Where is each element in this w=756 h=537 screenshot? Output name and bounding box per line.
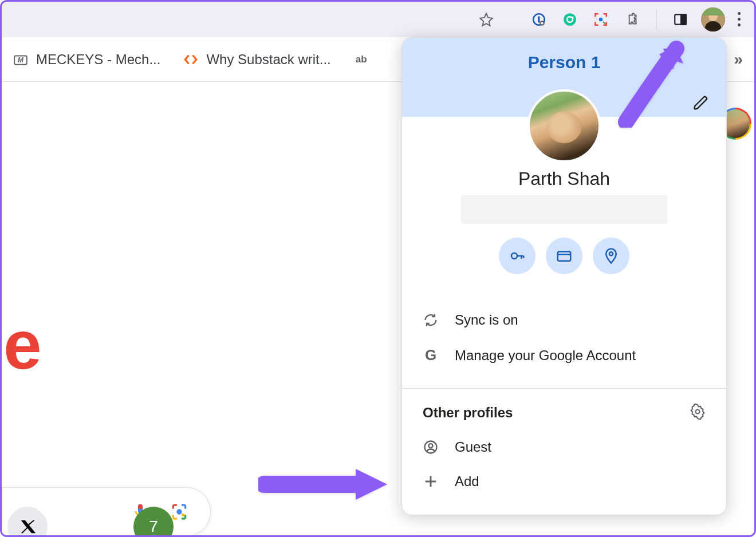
google-logo-fragment: e (3, 305, 42, 384)
bookmarks-overflow-icon[interactable]: » (734, 50, 743, 69)
svg-point-16 (511, 253, 517, 259)
svg-point-19 (696, 410, 700, 414)
toolbar-divider (656, 9, 656, 30)
guest-profile-label: Guest (455, 439, 491, 455)
manage-account-label: Manage your Google Account (455, 348, 636, 364)
bookmark-substack[interactable]: Why Substack writ... (183, 52, 330, 68)
svg-point-15 (182, 514, 184, 516)
annotation-arrow-bottom (258, 464, 390, 507)
bookmark-meckeys-label: MECKEYS - Mech... (36, 52, 160, 68)
other-profiles-heading: Other profiles (423, 405, 513, 421)
svg-marker-23 (356, 469, 387, 500)
profiles-settings-icon[interactable] (690, 404, 706, 422)
svg-point-14 (176, 509, 182, 514)
sync-status-item[interactable]: Sync is on (423, 303, 706, 337)
kebab-menu-icon[interactable] (735, 7, 743, 31)
svg-rect-17 (558, 252, 571, 261)
side-panel-icon[interactable] (670, 9, 691, 30)
add-profile-label: Add (455, 473, 479, 489)
profile-email-redacted (461, 195, 667, 224)
svg-rect-1 (538, 16, 540, 22)
passwords-button[interactable] (499, 238, 536, 274)
bookmark-star-icon[interactable] (476, 9, 497, 30)
bookmark-abc[interactable]: ab (354, 52, 369, 67)
profile-avatar-button[interactable] (701, 7, 725, 31)
add-profile-item[interactable]: Add (423, 464, 706, 499)
payment-methods-button[interactable] (546, 238, 582, 274)
svg-point-5 (599, 17, 603, 21)
addresses-button[interactable] (593, 238, 629, 274)
extensions-puzzle-icon[interactable] (621, 9, 642, 30)
panel-divider (402, 388, 726, 389)
extension-1password-icon[interactable] (529, 9, 549, 30)
bookmark-abc-icon: ab (354, 52, 369, 67)
svg-text:M: M (18, 56, 24, 64)
annotation-arrow-top (615, 36, 695, 130)
guest-profile-item[interactable]: Guest (423, 430, 706, 464)
browser-toolbar (2, 2, 754, 37)
svg-rect-11 (701, 7, 725, 15)
edit-profile-icon[interactable] (693, 95, 709, 113)
svg-point-21 (429, 444, 433, 448)
manage-account-item[interactable]: G Manage your Google Account (423, 337, 706, 373)
profile-user-name: Parth Shah (419, 168, 709, 189)
svg-point-18 (609, 252, 613, 255)
shortcut-x[interactable] (7, 507, 48, 537)
bookmark-substack-label: Why Substack writ... (206, 52, 330, 68)
bookmark-meckeys[interactable]: M MECKEYS - Mech... (13, 52, 160, 68)
google-g-icon: G (423, 346, 439, 364)
shortcut-7[interactable]: 7 (133, 507, 174, 537)
bookmark-substack-icon (183, 52, 198, 67)
profile-large-avatar (527, 89, 601, 163)
sync-status-label: Sync is on (455, 312, 518, 328)
extension-screenshot-icon[interactable] (590, 9, 611, 30)
svg-rect-3 (541, 22, 543, 23)
svg-rect-7 (681, 14, 686, 24)
extension-grammarly-icon[interactable] (560, 9, 580, 30)
svg-point-4 (564, 13, 576, 26)
bookmark-meckeys-icon: M (13, 52, 28, 67)
